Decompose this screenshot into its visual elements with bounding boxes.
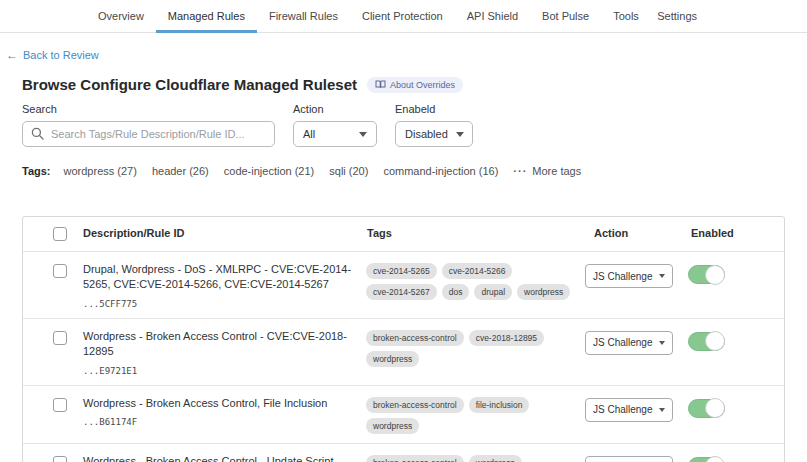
toggle-knob [705, 456, 725, 462]
action-filter: Action All [293, 103, 377, 147]
tab-managed-rules[interactable]: Managed Rules [156, 0, 257, 32]
chevron-down-icon [456, 132, 464, 137]
search-icon [31, 127, 44, 140]
ellipsis-icon: ··· [513, 165, 527, 177]
tag-pill: broken-access-control [366, 397, 464, 413]
search-label: Search [22, 103, 275, 115]
rule-action-select[interactable]: JS Challenge [585, 456, 673, 462]
chevron-down-icon [659, 341, 665, 345]
rule-enabled-toggle[interactable] [688, 265, 725, 284]
tag-pill: wordpress [366, 351, 419, 367]
rule-tags: broken-access-controlwordpress [366, 454, 585, 462]
toggle-knob [705, 331, 725, 351]
rule-tags: broken-access-controlfile-inclusionwordp… [366, 396, 585, 434]
chevron-down-icon [659, 274, 665, 278]
tag-pill: cve-2014-5265 [366, 263, 437, 279]
rule-action-select[interactable]: JS Challenge [585, 331, 673, 355]
tab-label: Overview [98, 10, 144, 22]
tag-pill: broken-access-control [366, 455, 464, 462]
rule-action-select[interactable]: JS Challenge [585, 264, 673, 288]
back-link[interactable]: ← Back to Review [6, 49, 99, 61]
rule-description: Wordpress - Broken Access Control - CVE:… [83, 329, 352, 360]
rule-id: ...E9721E1 [83, 366, 352, 376]
rule-id: ...5CFF775 [83, 299, 352, 309]
table-row: Wordpress - Broken Access Control, File … [23, 385, 784, 443]
tag-pill: cve-2014-5266 [442, 263, 513, 279]
top-nav: Overview Managed Rules Firewall Rules Cl… [0, 0, 807, 33]
tab-label: Bot Pulse [542, 10, 589, 22]
tag-link[interactable]: code-injection (21) [224, 165, 315, 177]
enabled-label: Enabeld [395, 103, 473, 115]
tab-label: Client Protection [362, 10, 443, 22]
nav-right: Settings [657, 0, 697, 32]
header-description: Description/Rule ID [83, 225, 366, 239]
tab-settings[interactable]: Settings [657, 10, 697, 22]
rule-tags: cve-2014-5265cve-2014-5266cve-2014-5267d… [366, 262, 585, 300]
book-icon [375, 80, 386, 89]
rule-tags: broken-access-controlcve-2018-12895wordp… [366, 329, 585, 367]
row-checkbox[interactable] [53, 331, 67, 345]
rule-enabled-toggle[interactable] [688, 399, 725, 418]
page-title: Browse Configure Cloudflare Managed Rule… [22, 76, 357, 93]
tab-firewall-rules[interactable]: Firewall Rules [257, 0, 350, 32]
enabled-select-value: Disabled [405, 128, 448, 140]
rule-id: ...B61174F [83, 417, 352, 427]
rule-enabled-toggle[interactable] [688, 332, 725, 351]
rule-description: Drupal, Wordpress - DoS - XMLRPC - CVE:C… [83, 262, 352, 293]
rule-description: Wordpress - Broken Access Control - Upda… [83, 454, 352, 462]
tab-api-shield[interactable]: API Shield [455, 0, 530, 32]
tags-bar: Tags: wordpress (27)header (26)code-inje… [22, 165, 785, 177]
tab-label: Firewall Rules [269, 10, 338, 22]
table-row: Drupal, Wordpress - DoS - XMLRPC - CVE:C… [23, 251, 784, 318]
tag-link[interactable]: header (26) [152, 165, 209, 177]
rule-action-value: JS Challenge [593, 271, 652, 282]
header-tags: Tags [366, 225, 585, 239]
tab-tools[interactable]: Tools [601, 0, 651, 32]
tag-pill: wordpress [366, 418, 419, 434]
about-overrides-label: About Overrides [390, 80, 455, 90]
toggle-knob [705, 398, 725, 418]
action-select[interactable]: All [293, 121, 377, 147]
search-filter: Search [22, 103, 275, 147]
table-row: Wordpress - Broken Access Control - CVE:… [23, 318, 784, 385]
more-tags-label: More tags [532, 165, 581, 177]
rule-action-value: JS Challenge [593, 404, 652, 415]
back-arrow-icon: ← [6, 49, 18, 61]
tag-pill: drupal [474, 284, 512, 300]
tag-pill: wordpress [517, 284, 570, 300]
header-enabled: Enabled [688, 225, 784, 239]
header-action: Action [585, 225, 688, 239]
enabled-select[interactable]: Disabled [395, 121, 473, 147]
row-checkbox[interactable] [53, 398, 67, 412]
rule-action-value: JS Challenge [593, 337, 652, 348]
tab-bot-pulse[interactable]: Bot Pulse [530, 0, 601, 32]
row-checkbox[interactable] [53, 456, 67, 462]
tab-client-protection[interactable]: Client Protection [350, 0, 455, 32]
tag-pill: broken-access-control [366, 330, 464, 346]
tab-label: API Shield [467, 10, 518, 22]
back-link-label: Back to Review [23, 49, 99, 61]
more-tags-button[interactable]: ··· More tags [513, 165, 581, 177]
tab-label: Tools [613, 10, 639, 22]
tag-link[interactable]: wordpress (27) [64, 165, 137, 177]
rule-enabled-toggle[interactable] [688, 457, 725, 462]
tab-overview[interactable]: Overview [86, 0, 156, 32]
rule-action-select[interactable]: JS Challenge [585, 398, 673, 422]
action-select-value: All [303, 128, 315, 140]
tag-link[interactable]: command-injection (16) [383, 165, 498, 177]
action-label: Action [293, 103, 377, 115]
search-input[interactable] [22, 121, 275, 147]
row-checkbox[interactable] [53, 264, 67, 278]
tag-link[interactable]: sqli (20) [329, 165, 368, 177]
about-overrides-badge[interactable]: About Overrides [367, 77, 463, 93]
rules-table: Description/Rule ID Tags Action Enabled … [22, 216, 785, 462]
tags-bar-label: Tags: [22, 165, 51, 177]
tag-pill: file-inclusion [469, 397, 530, 413]
enabled-filter: Enabeld Disabled [395, 103, 473, 147]
chevron-down-icon [359, 132, 367, 137]
table-header-row: Description/Rule ID Tags Action Enabled [23, 217, 784, 251]
select-all-checkbox[interactable] [53, 227, 67, 241]
tag-pill: cve-2014-5267 [366, 284, 437, 300]
toggle-knob [705, 265, 725, 285]
rule-description: Wordpress - Broken Access Control, File … [83, 396, 352, 411]
